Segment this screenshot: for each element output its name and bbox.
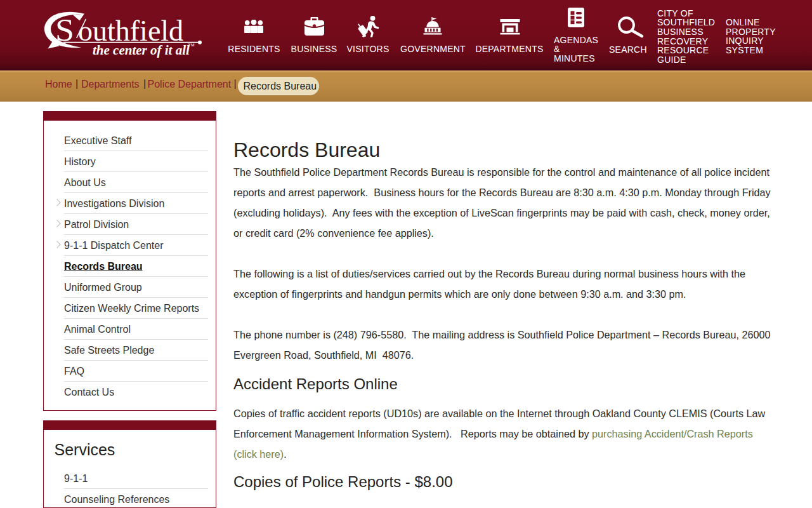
svg-text:the center of it all: the center of it all bbox=[93, 43, 190, 58]
svg-text:™: ™ bbox=[188, 42, 195, 50]
